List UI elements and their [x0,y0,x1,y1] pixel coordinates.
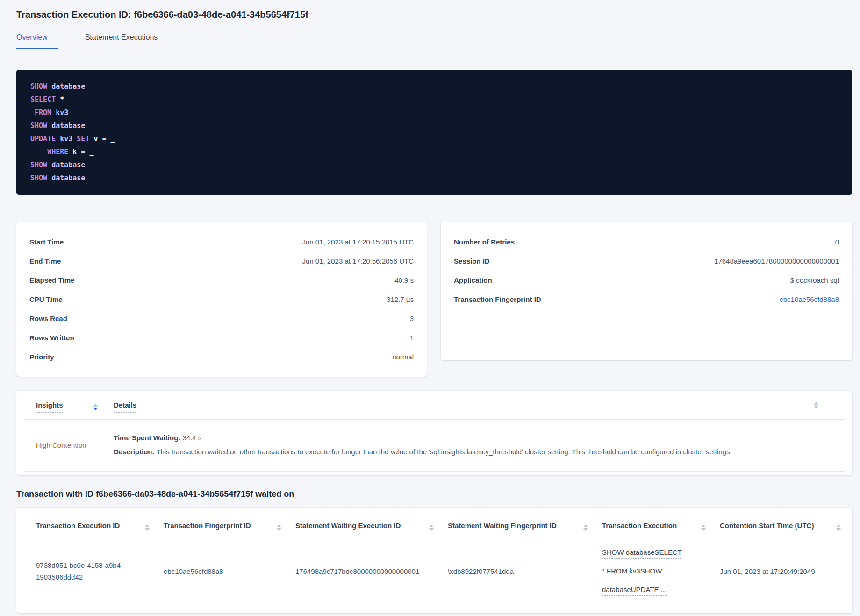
summary-row-end-time: End TimeJun 01, 2023 at 17:20:56:2056 UT… [29,251,414,271]
column-header-statement-waiting-execution-id: Statement Waiting Execution ID [295,522,448,533]
column-header-label[interactable]: Contention Start Time (UTC) [720,522,814,533]
cell-transaction-execution: SHOW databaseSELECT * FROM kv3SHOW datab… [602,543,720,599]
sql-statements-box: SHOW databaseSELECT * FROM kv3SHOW datab… [16,70,852,195]
field-label: Session ID [454,257,490,265]
summary-card-left: Start TimeJun 01, 2023 at 17:20:15:2015 … [16,222,427,377]
tab-bar: Overview Statement Executions [16,33,852,49]
sort-icon[interactable] [277,524,281,531]
waited-on-table-body: 9738d051-bc0e-4158-a9b4-1903586ddd42ebc1… [16,541,852,601]
sql-code-line: SHOW database [30,119,838,132]
sort-icon[interactable] [836,524,841,531]
field-label: Transaction Fingerprint ID [454,295,541,303]
insight-details: Time Spent Waiting: 34.4 s Description: … [114,432,732,458]
summary-row-number-of-retries: Number of Retries0 [454,232,839,251]
sort-icon[interactable] [701,524,706,531]
sql-code-line: SHOW database [30,172,838,185]
sql-code-line: WHERE k = _ [30,145,838,158]
field-label: End Time [29,257,61,265]
field-value: 0 [835,238,839,246]
summary-row-cpu-time: CPU Time312.7 µs [29,290,414,309]
cell-transaction-execution-id: 9738d051-bc0e-4158-a9b4-1903586ddd42 [36,559,164,583]
summary-row-elapsed-time: Elapsed Time40.9 s [29,271,414,290]
description-text: This transaction waited on other transac… [155,448,683,456]
cell-contention-start-time-utc: Jun 01, 2023 at 17:20:49:2049 [720,566,843,577]
column-header-transaction-fingerprint-id: Transaction Fingerprint ID [164,522,295,533]
summary-section: Start TimeJun 01, 2023 at 17:20:15:2015 … [16,222,852,377]
summary-row-transaction-fingerprint-id: Transaction Fingerprint IDebc10ae56cfd88… [454,290,839,309]
field-label: Application [454,276,492,284]
column-header-label[interactable]: Transaction Fingerprint ID [164,522,251,533]
cell-statement-waiting-fingerprint-id: \xdb8922f077541dda [448,566,602,577]
transaction-fingerprint-link[interactable]: ebc10ae56cfd88a8 [779,295,839,303]
summary-row-session-id: Session ID17648a9eea60178000000000000000… [454,251,839,271]
cell-statement-waiting-execution-id: 176498a9c717bdc80000000000000001 [295,566,448,577]
field-value: normal [392,353,414,361]
field-value: 312.7 µs [387,295,414,303]
summary-row-start-time: Start TimeJun 01, 2023 at 17:20:15:2015 … [29,232,414,251]
waited-on-heading: Transaction with ID f6be6366-da03-48de-a… [16,489,852,499]
field-value: Jun 01, 2023 at 17:20:15:2015 UTC [302,238,414,246]
sql-code-line: SHOW database [30,158,838,172]
sort-icon[interactable] [583,524,588,531]
summary-row-application: Application$ cockroach sql [454,271,839,290]
waited-on-table-header: Transaction Execution IDTransaction Fing… [16,522,852,533]
field-label: Elapsed Time [29,276,74,284]
transaction-execution-link[interactable]: SHOW databaseSELECT * FROM kv3SHOW datab… [602,543,682,599]
time-spent-waiting-value: 34.4 s [180,434,201,442]
insight-row: High Contention Time Spent Waiting: 34.4… [16,420,852,471]
field-label: CPU Time [29,295,63,303]
column-header-transaction-execution-id: Transaction Execution ID [36,522,164,533]
column-header-contention-start-time-utc: Contention Start Time (UTC) [720,522,843,533]
sql-code-line: SHOW database [30,80,838,93]
page-title: Transaction Execution ID: f6be6366-da03-… [16,0,852,20]
insights-column-header[interactable]: Insights [36,401,63,413]
summary-row-rows-written: Rows Written1 [29,328,414,347]
sort-icon[interactable] [93,404,98,410]
column-header-label[interactable]: Transaction Execution [602,522,677,533]
field-label: Rows Written [29,334,74,342]
field-label: Rows Read [29,315,67,322]
column-header-transaction-execution: Transaction Execution [602,522,720,533]
insight-description: Description: This transaction waited on … [114,446,732,458]
field-value: 17648a9eea6017800000000000000001 [714,257,839,265]
field-value: 40.9 s [394,276,414,284]
column-header-statement-waiting-fingerprint-id: Statement Waiting Fingerprint ID [448,522,602,533]
sql-code-line: FROM kv3 [30,106,838,119]
field-label: Start Time [29,238,64,246]
summary-card-right: Number of Retries0Session ID17648a9eea60… [441,222,852,360]
insight-type-label: High Contention [36,441,98,449]
details-column-header[interactable]: Details [114,401,136,413]
summary-row-priority: Prioritynormal [29,347,414,366]
tab-overview-label: Overview [16,33,48,41]
field-label: Number of Retries [454,238,515,246]
sql-code-line: UPDATE kv3 SET v = _ [30,132,838,145]
insights-table-header: Insights Details [16,401,852,413]
summary-row-rows-read: Rows Read3 [29,309,414,328]
insights-card: Insights Details High Contention Time Sp… [16,391,852,475]
time-spent-waiting: Time Spent Waiting: 34.4 s [114,432,732,444]
field-value: Jun 01, 2023 at 17:20:56:2056 UTC [302,257,414,265]
tab-overview[interactable]: Overview [16,33,58,49]
sort-icon[interactable] [429,524,434,531]
waited-on-table: Transaction Execution IDTransaction Fing… [16,508,852,613]
table-row: 9738d051-bc0e-4158-a9b4-1903586ddd42ebc1… [16,541,852,601]
field-label: Priority [29,353,54,361]
column-header-label[interactable]: Transaction Execution ID [36,522,120,533]
time-spent-waiting-label: Time Spent Waiting: [114,434,180,442]
column-header-label[interactable]: Statement Waiting Fingerprint ID [448,522,557,533]
description-label: Description: [114,448,155,456]
cell-transaction-fingerprint-id: ebc10ae56cfd88a8 [164,566,295,577]
sort-icon[interactable] [814,402,818,408]
field-value: 1 [410,334,414,342]
description-suffix: . [730,448,731,456]
tab-statement-executions[interactable]: Statement Executions [85,33,158,49]
sql-code-line: SELECT * [30,93,838,106]
tab-statement-executions-label: Statement Executions [85,33,158,41]
column-header-label[interactable]: Statement Waiting Execution ID [295,522,401,533]
transaction-details-page: Transaction Execution ID: f6be6366-da03-… [16,0,852,613]
field-value: $ cockroach sql [790,276,839,284]
field-value: 3 [410,315,414,322]
cluster-settings-link[interactable]: cluster settings [683,448,730,456]
sort-icon[interactable] [145,524,150,531]
